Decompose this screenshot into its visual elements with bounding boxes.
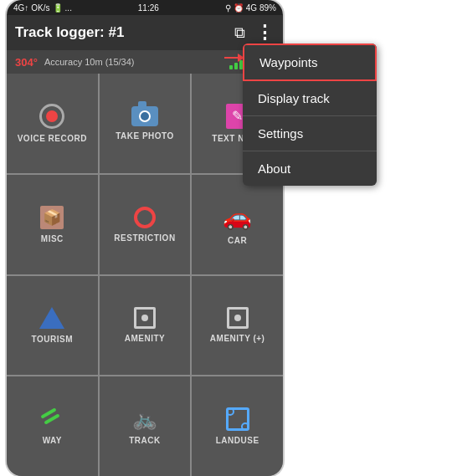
cell-car[interactable]: 🚗 CAR	[192, 175, 283, 274]
compass-reading: 304°	[15, 56, 38, 69]
copy-button[interactable]: ⧉	[233, 23, 247, 44]
top-bar: Track logger: #1 ⧉ ⋮	[7, 15, 283, 50]
track-icon: 🚲	[132, 407, 157, 431]
menu-item-display-track[interactable]: Display track	[243, 81, 377, 116]
status-bar: 4G↑ OK/s 🔋 ... 11:26 ⚲ ⏰ 4G 89%	[7, 0, 283, 15]
amenity-icon	[134, 307, 156, 329]
top-bar-icons: ⧉ ⋮	[233, 22, 275, 44]
cell-way[interactable]: WAY	[7, 376, 98, 476]
cell-landuse[interactable]: LANDUSE	[192, 376, 283, 476]
menu-item-waypoints[interactable]: Waypoints	[243, 44, 377, 81]
accuracy-text: Accuracy 10m (15/34)	[44, 57, 223, 67]
cell-restriction[interactable]: RESTRICTION	[100, 175, 191, 274]
battery-pct: 89%	[259, 3, 276, 13]
kebab-menu-button[interactable]: ⋮	[255, 22, 275, 44]
cell-amenity-plus[interactable]: AMENITY (+)	[192, 276, 283, 376]
voice-record-icon	[39, 104, 64, 129]
misc-icon: 📦	[40, 206, 64, 229]
cell-amenity[interactable]: AMENITY	[100, 276, 191, 376]
battery-icon: 🔋	[53, 3, 63, 13]
way-icon	[40, 407, 64, 431]
track-label: TRACK	[129, 436, 161, 445]
cell-tourism[interactable]: TOURISM	[7, 276, 98, 376]
status-ok: OK/s	[31, 3, 49, 13]
record-dot	[46, 110, 58, 122]
camera-icon	[131, 106, 158, 126]
cell-take-photo[interactable]: TAKE PHOTO	[100, 74, 191, 173]
misc-symbol: 📦	[43, 208, 61, 227]
status-right: ⚲ ⏰ 4G 89%	[225, 3, 276, 13]
amenity-dot	[141, 315, 148, 321]
tourism-icon-wrap	[39, 306, 64, 330]
car-icon: 🚗	[223, 203, 252, 231]
tourism-label: TOURISM	[32, 335, 73, 344]
dropdown-menu: Waypoints Display track Settings About	[243, 44, 377, 186]
way-label: WAY	[43, 436, 62, 445]
amenity-plus-dot	[234, 315, 241, 321]
phone-frame: 4G↑ OK/s 🔋 ... 11:26 ⚲ ⏰ 4G 89% Track lo…	[7, 0, 283, 476]
4g-right: 4G	[246, 3, 257, 13]
camera-lens	[139, 110, 151, 122]
bar-2	[234, 63, 238, 69]
way-lines	[36, 403, 68, 435]
misc-label: MISC	[41, 234, 64, 243]
tourism-icon	[39, 307, 64, 329]
amenity-label: AMENITY	[125, 334, 166, 343]
status-left: 4G↑ OK/s 🔋 ...	[13, 3, 72, 13]
bar-1	[229, 65, 233, 69]
landuse-icon	[226, 407, 249, 431]
cell-track[interactable]: 🚲 TRACK	[100, 376, 191, 476]
landuse-label: LANDUSE	[216, 436, 259, 445]
restriction-icon	[134, 207, 156, 228]
status-time: 11:26	[138, 3, 159, 13]
voice-record-label: VOICE RECORD	[18, 134, 87, 143]
cell-voice-record[interactable]: VOICE RECORD	[7, 74, 98, 173]
amenity-plus-icon	[227, 307, 249, 329]
take-photo-label: TAKE PHOTO	[116, 131, 174, 141]
menu-item-about[interactable]: About	[243, 151, 377, 186]
action-grid: VOICE RECORD TAKE PHOTO TEXT NOTE 📦 MISC…	[7, 74, 283, 476]
restriction-label: RESTRICTION	[114, 233, 175, 243]
app-title: Track logger: #1	[15, 24, 124, 41]
status-dots: ...	[65, 3, 72, 13]
location-icon: ⚲	[225, 3, 231, 13]
cell-misc[interactable]: 📦 MISC	[7, 175, 98, 274]
alarm-icon: ⏰	[234, 3, 244, 13]
amenity-plus-label: AMENITY (+)	[210, 334, 265, 343]
car-label: CAR	[228, 236, 247, 245]
menu-item-settings[interactable]: Settings	[243, 116, 377, 151]
signal-4g: 4G↑	[13, 3, 28, 13]
